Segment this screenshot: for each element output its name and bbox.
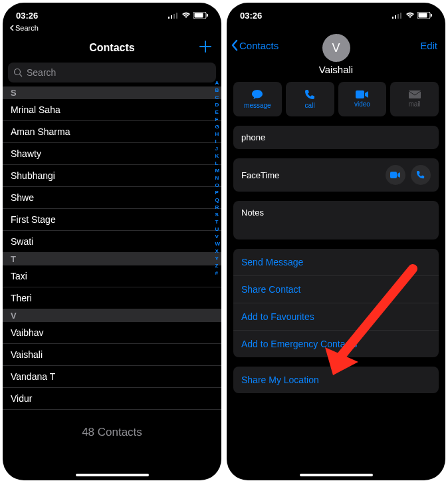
chevron-left-icon	[9, 25, 14, 31]
status-time: 03:26	[240, 11, 262, 21]
svg-rect-1	[171, 15, 172, 19]
mail-icon	[409, 90, 421, 98]
index-letter[interactable]: G	[215, 123, 220, 130]
mail-pill[interactable]: mail	[390, 82, 439, 116]
index-letter[interactable]: X	[215, 247, 220, 255]
contact-row[interactable]: First Stage	[3, 209, 221, 231]
edit-button[interactable]: Edit	[420, 40, 437, 51]
index-letter[interactable]: I	[215, 138, 220, 145]
facetime-card: FaceTime	[233, 158, 439, 192]
contact-row[interactable]: Shawty	[3, 143, 221, 165]
contact-row[interactable]: Swati	[3, 231, 221, 253]
index-letter[interactable]: Q	[215, 196, 220, 204]
facetime-video-button[interactable]	[386, 165, 405, 185]
message-pill[interactable]: message	[233, 82, 282, 116]
add-contact-button[interactable]	[199, 39, 212, 57]
call-pill[interactable]: call	[286, 82, 334, 116]
share-contact-option[interactable]: Share Contact	[233, 276, 439, 303]
search-placeholder: Search	[27, 67, 56, 78]
index-letter[interactable]: O	[215, 182, 220, 189]
index-letter[interactable]: R	[215, 204, 220, 211]
contact-row[interactable]: Vaibhav	[3, 322, 221, 344]
notes-card[interactable]: Notes	[233, 201, 439, 240]
svg-rect-12	[400, 13, 401, 19]
add-emergency-option[interactable]: Add to Emergency Contacts	[233, 331, 439, 357]
index-letter[interactable]: P	[215, 189, 220, 196]
header: Contacts V Edit	[227, 32, 445, 59]
svg-rect-18	[390, 172, 397, 178]
phone-icon	[304, 89, 315, 100]
index-letter[interactable]: J	[215, 145, 220, 152]
video-icon	[356, 90, 369, 98]
index-letter[interactable]: M	[215, 167, 220, 174]
send-message-option[interactable]: Send Message	[233, 249, 439, 276]
pill-label: call	[305, 102, 315, 109]
search-input[interactable]: Search	[8, 63, 216, 82]
index-letter[interactable]: B	[215, 86, 220, 94]
index-letter[interactable]: U	[215, 226, 220, 233]
contact-row[interactable]: Shwe	[3, 187, 221, 209]
back-button[interactable]: Contacts	[231, 39, 279, 51]
battery-icon	[193, 12, 208, 19]
section-header: V	[3, 309, 221, 322]
option-list: Send Message Share Contact Add to Favour…	[233, 249, 439, 357]
contact-name: Vaishali	[227, 64, 445, 75]
signal-icon	[168, 12, 179, 19]
avatar[interactable]: V	[322, 34, 350, 62]
index-letter[interactable]: N	[215, 174, 220, 182]
index-letter[interactable]: W	[215, 240, 220, 247]
status-icons	[392, 12, 432, 19]
contact-row[interactable]: Aman Sharma	[3, 121, 221, 143]
section-header: T	[3, 253, 221, 265]
contact-row-highlighted[interactable]: Vaishali	[3, 344, 221, 366]
index-letter[interactable]: #	[215, 269, 220, 277]
index-letter[interactable]: Z	[215, 262, 220, 269]
index-letter[interactable]: C	[215, 94, 220, 101]
plus-icon	[199, 40, 212, 53]
contact-detail-screen: 03:26 Contacts V Edit Vaishali message c…	[227, 3, 445, 480]
index-letter[interactable]: D	[215, 101, 220, 108]
index-letter[interactable]: T	[215, 218, 220, 226]
status-bar: 03:26	[227, 3, 445, 24]
contact-row[interactable]: Theri	[3, 287, 221, 309]
contact-row[interactable]: Vandana T	[3, 366, 221, 388]
contact-row[interactable]: Taxi	[3, 265, 221, 287]
message-icon	[251, 89, 263, 100]
alphabet-index[interactable]: A B C D E F G H I J K L M N O P Q R S T …	[215, 79, 220, 277]
action-pills: message call video mail	[227, 82, 445, 116]
svg-rect-10	[395, 15, 396, 19]
video-pill[interactable]: video	[338, 82, 387, 116]
phone-icon	[416, 170, 425, 180]
index-letter[interactable]: L	[215, 160, 220, 167]
svg-rect-17	[409, 90, 421, 98]
index-letter[interactable]: V	[215, 233, 220, 240]
index-letter[interactable]: Y	[215, 255, 220, 262]
index-letter[interactable]: S	[215, 211, 220, 218]
contact-row[interactable]: Shubhangi	[3, 165, 221, 187]
phone-card[interactable]: phone	[233, 126, 439, 149]
svg-rect-2	[173, 14, 175, 19]
index-letter[interactable]: H	[215, 130, 220, 138]
page-title: Contacts	[89, 42, 134, 54]
svg-rect-15	[431, 14, 432, 17]
svg-rect-0	[168, 17, 169, 19]
contacts-list-screen: 03:26 Search Contacts Search S Mrinal Sa…	[3, 3, 221, 480]
contact-count: 48 Contacts	[3, 426, 221, 439]
share-location-option[interactable]: Share My Location	[233, 367, 439, 393]
add-favourites-option[interactable]: Add to Favourites	[233, 303, 439, 331]
index-letter[interactable]: K	[215, 152, 220, 160]
back-search-link[interactable]: Search	[3, 24, 221, 35]
contact-list[interactable]: S Mrinal Saha Aman Sharma Shawty Shubhan…	[3, 86, 221, 439]
index-letter[interactable]: E	[215, 108, 220, 116]
contact-row[interactable]: Mrinal Saha	[3, 99, 221, 121]
status-bar: 03:26	[3, 3, 221, 24]
header: Contacts	[3, 35, 221, 61]
home-indicator[interactable]	[300, 474, 373, 476]
contact-row[interactable]: Vidur	[3, 388, 221, 410]
index-letter[interactable]: A	[215, 79, 220, 86]
facetime-audio-button[interactable]	[411, 165, 431, 185]
svg-rect-3	[176, 13, 177, 19]
wifi-icon	[181, 12, 191, 19]
index-letter[interactable]: F	[215, 116, 220, 123]
home-indicator[interactable]	[76, 474, 149, 476]
